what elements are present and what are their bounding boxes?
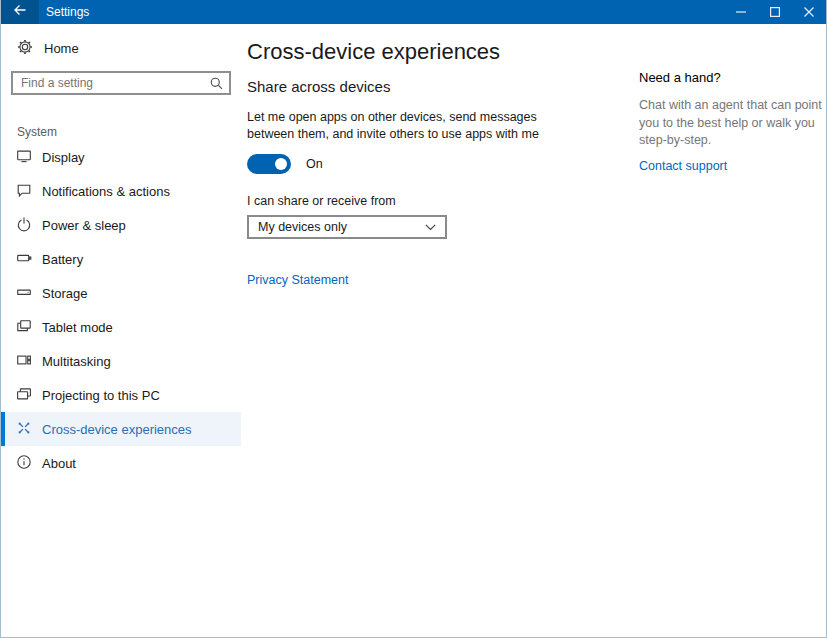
help-panel: Need a hand? Chat with an agent that can… <box>639 70 827 174</box>
sidebar-item-projecting[interactable]: Projecting to this PC <box>1 378 241 412</box>
minimize-icon <box>736 3 746 21</box>
sidebar-item-label: Battery <box>42 252 83 267</box>
close-icon <box>804 3 814 21</box>
multitasking-icon <box>16 352 32 371</box>
share-description: Let me open apps on other devices, send … <box>247 109 547 143</box>
titlebar-drag-region <box>89 0 724 24</box>
cross-device-icon <box>16 420 32 439</box>
battery-icon <box>16 250 32 269</box>
power-icon <box>16 216 32 235</box>
sidebar-item-label: About <box>42 456 76 471</box>
chevron-down-icon <box>425 220 436 234</box>
sidebar-item-label: Notifications & actions <box>42 184 170 199</box>
toggle-state-label: On <box>306 157 323 171</box>
sidebar-item-multitasking[interactable]: Multitasking <box>1 344 241 378</box>
sidebar-item-display[interactable]: Display <box>1 140 241 174</box>
share-from-dropdown[interactable]: My devices only <box>247 215 447 239</box>
dropdown-value: My devices only <box>258 220 347 234</box>
sidebar-section-label: System <box>17 125 241 139</box>
sidebar-item-power-sleep[interactable]: Power & sleep <box>1 208 241 242</box>
help-body: Chat with an agent that can point you to… <box>639 97 827 150</box>
sidebar-item-notifications[interactable]: Notifications & actions <box>1 174 241 208</box>
settings-window: Settings <box>0 0 827 638</box>
sidebar-item-label: Power & sleep <box>42 218 126 233</box>
sidebar-item-label: Cross-device experiences <box>42 422 192 437</box>
back-button[interactable] <box>1 0 39 24</box>
sidebar-item-battery[interactable]: Battery <box>1 242 241 276</box>
sidebar-item-label: Storage <box>42 286 88 301</box>
share-toggle-row: On <box>247 154 627 174</box>
tablet-mode-icon <box>16 318 32 337</box>
titlebar: Settings <box>1 0 826 24</box>
sidebar-home-label: Home <box>44 41 79 56</box>
main-column: Cross-device experiences Share across de… <box>247 24 627 288</box>
search-icon[interactable] <box>203 76 229 91</box>
share-from-label: I can share or receive from <box>247 194 627 208</box>
storage-icon <box>16 284 32 303</box>
sidebar-nav: Display Notifications & actions Pow <box>1 140 241 480</box>
minimize-button[interactable] <box>724 0 758 24</box>
page-title: Cross-device experiences <box>247 39 627 65</box>
sidebar-item-label: Tablet mode <box>42 320 113 335</box>
sidebar-item-storage[interactable]: Storage <box>1 276 241 310</box>
toggle-knob <box>275 158 287 170</box>
search-box <box>11 71 231 95</box>
help-title: Need a hand? <box>639 70 827 85</box>
gear-icon <box>17 39 33 58</box>
back-arrow-icon <box>12 2 28 22</box>
display-icon <box>16 148 32 167</box>
sidebar-item-tablet-mode[interactable]: Tablet mode <box>1 310 241 344</box>
notifications-icon <box>16 182 32 201</box>
maximize-icon <box>770 3 780 21</box>
share-toggle[interactable] <box>247 154 291 174</box>
close-button[interactable] <box>792 0 826 24</box>
section-title: Share across devices <box>247 78 627 95</box>
content-area: Cross-device experiences Share across de… <box>241 24 826 637</box>
contact-support-link[interactable]: Contact support <box>639 159 727 173</box>
privacy-statement-link[interactable]: Privacy Statement <box>247 273 348 287</box>
sidebar-item-label: Multitasking <box>42 354 111 369</box>
about-icon <box>16 454 32 473</box>
sidebar-item-cross-device[interactable]: Cross-device experiences <box>1 412 241 446</box>
sidebar-item-about[interactable]: About <box>1 446 241 480</box>
projecting-icon <box>16 386 32 405</box>
sidebar-item-label: Display <box>42 150 85 165</box>
maximize-button[interactable] <box>758 0 792 24</box>
search-input[interactable] <box>13 76 203 90</box>
window-title: Settings <box>46 0 89 24</box>
sidebar: Home System Display <box>1 24 241 637</box>
sidebar-item-home[interactable]: Home <box>1 36 241 60</box>
sidebar-item-label: Projecting to this PC <box>42 388 160 403</box>
